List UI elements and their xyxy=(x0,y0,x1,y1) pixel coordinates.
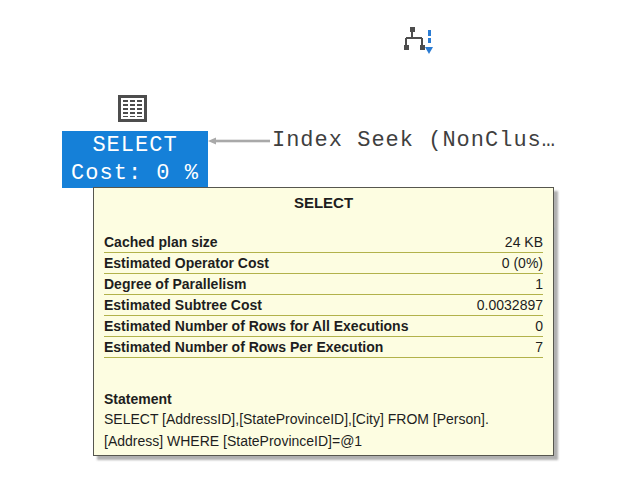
tooltip-row-estimated-operator-cost: Estimated Operator Cost 0 (0%) xyxy=(104,253,543,274)
index-seek-icon[interactable] xyxy=(401,27,433,61)
property-value: 0 xyxy=(535,318,543,334)
tooltip-row-degree-of-parallelism: Degree of Parallelism 1 xyxy=(104,274,543,295)
statement-text-line-1: SELECT [AddressID],[StateProvinceID],[Ci… xyxy=(104,408,543,430)
tooltip-row-estimated-rows-all-executions: Estimated Number of Rows for All Executi… xyxy=(104,316,543,337)
tooltip-statement-section: Statement SELECT [AddressID],[StateProvi… xyxy=(104,391,543,452)
select-node-title: SELECT xyxy=(62,132,208,160)
tooltip-property-table: Cached plan size 24 KB Estimated Operato… xyxy=(104,232,543,358)
property-label: Cached plan size xyxy=(104,234,218,250)
property-value: 24 KB xyxy=(505,234,543,250)
property-label: Estimated Operator Cost xyxy=(104,255,269,271)
grid-icon-column xyxy=(130,100,135,117)
tooltip-row-estimated-rows-per-execution: Estimated Number of Rows Per Execution 7 xyxy=(104,337,543,358)
select-node-tooltip: SELECT Cached plan size 24 KB Estimated … xyxy=(93,187,554,456)
plan-connector-arrow[interactable] xyxy=(208,135,270,147)
plan-node-select[interactable]: SELECT Cost: 0 % xyxy=(62,131,208,188)
property-label: Estimated Number of Rows Per Execution xyxy=(104,339,383,355)
property-label: Degree of Parallelism xyxy=(104,276,246,292)
property-value: 0.0032897 xyxy=(477,297,543,313)
select-node-cost: Cost: 0 % xyxy=(62,160,208,188)
result-grid-icon[interactable] xyxy=(118,95,147,122)
property-label: Estimated Subtree Cost xyxy=(104,297,262,313)
statement-label: Statement xyxy=(104,391,543,408)
execution-plan-canvas: Index Seek (NonClus… [Address].[IX_Addre… xyxy=(0,0,620,480)
tooltip-row-estimated-subtree-cost: Estimated Subtree Cost 0.0032897 xyxy=(104,295,543,316)
property-label: Estimated Number of Rows for All Executi… xyxy=(104,318,408,334)
grid-icon-column xyxy=(123,100,128,117)
tooltip-title: SELECT xyxy=(104,193,543,212)
tooltip-row-cached-plan-size: Cached plan size 24 KB xyxy=(104,232,543,253)
grid-icon-column xyxy=(137,100,142,117)
property-value: 1 xyxy=(535,276,543,292)
property-value: 7 xyxy=(535,339,543,355)
property-value: 0 (0%) xyxy=(502,255,543,271)
index-seek-line-1: Index Seek (NonClus… xyxy=(264,127,564,155)
statement-text-line-2: [Address] WHERE [StateProvinceID]=@1 xyxy=(104,430,543,452)
